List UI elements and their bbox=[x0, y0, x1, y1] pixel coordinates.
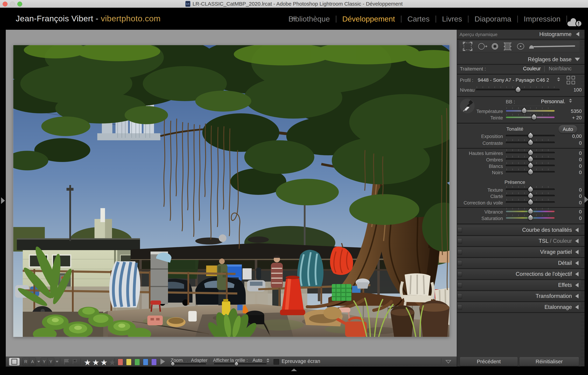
vibrance-slider[interactable] bbox=[506, 210, 555, 212]
module-diaporama[interactable]: Diaporama bbox=[469, 15, 517, 23]
panel-header-courbe-des-tonalites[interactable]: Courbe des tonalités bbox=[457, 225, 581, 235]
panel-toggle-switch[interactable] bbox=[457, 260, 462, 266]
collapse-arrow-icon[interactable] bbox=[575, 305, 578, 309]
before-after-lr-button[interactable]: RA bbox=[22, 358, 40, 365]
clarity-value: 0 bbox=[559, 193, 582, 199]
whites-slider[interactable] bbox=[506, 165, 555, 166]
collapse-arrow-icon[interactable] bbox=[575, 250, 578, 254]
collapse-arrow-icon[interactable] bbox=[575, 228, 578, 232]
panel-header-etalonnage[interactable]: Etalonnage bbox=[457, 302, 581, 312]
filmstrip-reveal-arrow-icon[interactable] bbox=[291, 368, 297, 371]
color-label-yellow[interactable] bbox=[126, 359, 131, 365]
saturation-slider[interactable] bbox=[506, 217, 555, 219]
profile-value[interactable]: 9448 - Sony A7 - Paysage C46 2 bbox=[478, 77, 549, 83]
temperature-value: 5350 bbox=[559, 108, 582, 114]
panel-toggle-switch[interactable] bbox=[457, 227, 462, 233]
left-panel-collapsed-strip[interactable] bbox=[0, 30, 6, 366]
grid-size-slider[interactable] bbox=[214, 363, 266, 365]
texture-slider[interactable] bbox=[506, 189, 555, 190]
before-after-split-button[interactable]: YY bbox=[41, 358, 58, 365]
expand-arrow-icon[interactable] bbox=[575, 58, 580, 61]
panel-header-tsl-couleur[interactable]: TSL / Couleur bbox=[457, 236, 581, 246]
left-panel-reveal-arrow-icon[interactable] bbox=[1, 197, 5, 204]
stepper-icon[interactable] bbox=[266, 358, 269, 362]
panel-header-effets[interactable]: Effets bbox=[457, 280, 581, 290]
collapse-arrow-icon[interactable] bbox=[576, 32, 579, 36]
reset-button[interactable]: Réinitialiser bbox=[519, 357, 579, 366]
color-label-blue[interactable] bbox=[143, 359, 148, 365]
fit-mode-label[interactable]: Adapter bbox=[191, 358, 208, 363]
basic-panel-header[interactable]: Réglages de base bbox=[528, 56, 572, 63]
toolbar-divider bbox=[60, 358, 60, 365]
star-icon-filled[interactable]: ★ bbox=[84, 358, 92, 367]
histogram-panel-header[interactable]: Histogramme bbox=[539, 31, 572, 37]
toolbar-options-icon[interactable] bbox=[445, 360, 450, 363]
clarity-slider[interactable] bbox=[506, 195, 555, 197]
panel-toggle-switch[interactable] bbox=[457, 304, 462, 310]
collapse-arrow-icon[interactable] bbox=[575, 261, 578, 265]
play-slideshow-icon[interactable] bbox=[160, 359, 165, 365]
treatment-bw-option[interactable]: Noir/blanc bbox=[549, 66, 572, 71]
panel-toggle-switch[interactable] bbox=[457, 272, 462, 277]
module-bibliotheque[interactable]: Bibliothèque bbox=[283, 15, 336, 23]
panel-header-virage-partiel[interactable]: Virage partiel bbox=[457, 247, 581, 257]
chevron-down-icon[interactable] bbox=[37, 361, 40, 363]
panel-toggle-switch[interactable] bbox=[457, 249, 462, 255]
dehaze-slider[interactable] bbox=[506, 201, 555, 203]
identity-site-link[interactable]: vibertphoto.com bbox=[101, 14, 161, 23]
color-label-purple[interactable] bbox=[151, 359, 157, 365]
tint-slider[interactable] bbox=[506, 116, 555, 118]
star-icon-empty[interactable]: ★ bbox=[109, 358, 117, 367]
contrast-slider[interactable] bbox=[506, 142, 555, 143]
profile-amount-value: 100 bbox=[559, 87, 582, 93]
star-icon-filled[interactable]: ★ bbox=[100, 358, 109, 367]
flag-pick-icon[interactable] bbox=[63, 358, 70, 366]
cloud-sync-icon[interactable] bbox=[567, 18, 582, 27]
filmstrip-collapsed-strip[interactable] bbox=[0, 366, 588, 375]
panel-header-detail[interactable]: Détail bbox=[457, 258, 581, 268]
treatment-color-option[interactable]: Couleur bbox=[523, 66, 541, 71]
stepper-icon[interactable] bbox=[557, 77, 560, 81]
zoom-slider[interactable] bbox=[171, 363, 206, 365]
module-impression[interactable]: Impression bbox=[518, 15, 567, 23]
blacks-slider[interactable] bbox=[506, 171, 555, 173]
panel-toggle-switch[interactable] bbox=[457, 294, 462, 299]
profile-amount-slider[interactable] bbox=[476, 89, 560, 91]
color-label-red[interactable] bbox=[118, 359, 123, 365]
panel-header-corrections-objectif[interactable]: Corrections de l'objectif bbox=[457, 269, 581, 279]
lightroom-window: Lrc LR-CLASSIC_CatMBP_2020.lrcat - Adobe… bbox=[0, 0, 588, 375]
collapse-arrow-icon[interactable] bbox=[575, 294, 578, 298]
soft-proof-label[interactable]: Epreuvage écran bbox=[282, 358, 320, 364]
wb-value[interactable]: Personnal. bbox=[541, 99, 565, 104]
soft-proof-checkbox[interactable] bbox=[273, 359, 279, 365]
auto-tone-button[interactable]: Auto bbox=[559, 125, 577, 133]
flag-reject-icon[interactable] bbox=[72, 359, 78, 365]
highlights-slider[interactable] bbox=[506, 152, 555, 153]
module-developpement[interactable]: Développement bbox=[336, 15, 401, 23]
presence-section-title: Présence bbox=[490, 180, 539, 185]
star-icon-filled[interactable]: ★ bbox=[92, 358, 100, 367]
previous-button[interactable]: Précédent bbox=[460, 357, 518, 366]
module-cartes[interactable]: Cartes bbox=[401, 15, 436, 23]
right-panel-collapse-arrow-icon[interactable] bbox=[585, 196, 588, 203]
shadows-slider[interactable] bbox=[506, 158, 555, 160]
right-panel-edge-strip[interactable] bbox=[584, 30, 588, 366]
panel-toggle-switch[interactable] bbox=[457, 283, 462, 288]
module-livres[interactable]: Livres bbox=[436, 15, 468, 23]
grid-overlay-value[interactable]: Auto bbox=[252, 358, 262, 363]
collapse-arrow-icon[interactable] bbox=[575, 239, 578, 243]
profile-browser-icon[interactable] bbox=[567, 76, 577, 86]
panel-header-transformation[interactable]: Transformation bbox=[457, 291, 581, 301]
temperature-slider[interactable] bbox=[506, 110, 555, 111]
exposure-slider[interactable] bbox=[506, 135, 555, 137]
titlebar[interactable]: Lrc LR-CLASSIC_CatMBP_2020.lrcat - Adobe… bbox=[0, 0, 588, 8]
collapse-arrow-icon[interactable] bbox=[575, 272, 578, 276]
loupe-view-button[interactable] bbox=[9, 358, 20, 365]
chevron-down-icon[interactable] bbox=[56, 361, 58, 363]
color-label-green[interactable] bbox=[135, 359, 140, 365]
stepper-icon[interactable] bbox=[569, 99, 572, 103]
photo-canvas[interactable] bbox=[13, 45, 449, 337]
panel-toggle-switch[interactable] bbox=[457, 238, 462, 244]
vibrance-label: Vibrance bbox=[459, 209, 503, 215]
collapse-arrow-icon[interactable] bbox=[575, 283, 578, 287]
